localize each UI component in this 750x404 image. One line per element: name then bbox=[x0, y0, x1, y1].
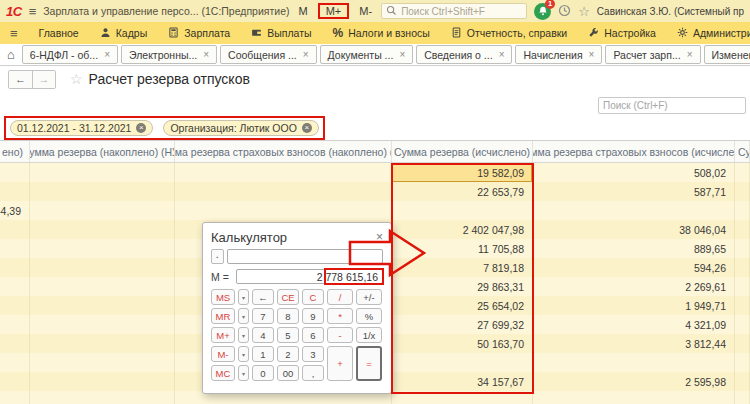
memory-value-field[interactable]: 2 778 615,16 bbox=[236, 269, 383, 284]
menu-vyplaty[interactable]: Выплаты bbox=[251, 27, 311, 40]
table-cell[interactable]: 11 705,88 bbox=[392, 239, 533, 258]
table-cell[interactable] bbox=[735, 277, 750, 296]
table-cell[interactable] bbox=[735, 258, 750, 277]
table-cell[interactable] bbox=[392, 391, 533, 404]
key-c[interactable]: C bbox=[302, 289, 324, 305]
chevron-down-icon[interactable]: ▾ bbox=[238, 327, 249, 343]
col-header-next-cut[interactable]: Су bbox=[735, 141, 750, 162]
table-cell[interactable] bbox=[0, 277, 30, 296]
key-plusminus[interactable]: +/- bbox=[356, 289, 382, 305]
key-m-minus[interactable]: M- bbox=[211, 346, 235, 362]
tab-nachisleniya[interactable]: Начисления× bbox=[515, 45, 602, 64]
key-percent[interactable]: % bbox=[356, 308, 382, 324]
calculator-expression-input[interactable] bbox=[227, 249, 383, 264]
key-reciprocal[interactable]: 1/x bbox=[356, 327, 382, 343]
table-cell[interactable]: 2 595,98 bbox=[533, 372, 735, 391]
filter-chip-organization[interactable]: Организация: Лютик ООО × bbox=[163, 120, 318, 136]
key-0[interactable]: 0 bbox=[252, 365, 274, 381]
close-icon[interactable]: × bbox=[104, 49, 110, 60]
key-7[interactable]: 7 bbox=[252, 308, 274, 324]
memory-button-m[interactable]: M bbox=[297, 5, 310, 17]
table-cell[interactable] bbox=[175, 201, 392, 220]
chevron-down-icon[interactable]: ▾ bbox=[238, 365, 249, 381]
notifications-icon[interactable]: 1 bbox=[534, 3, 551, 20]
table-cell[interactable]: 50 163,70 bbox=[392, 334, 533, 353]
table-cell[interactable] bbox=[30, 372, 175, 391]
table-cell[interactable] bbox=[735, 353, 750, 372]
remove-filter-icon[interactable]: × bbox=[136, 123, 146, 133]
table-cell[interactable] bbox=[735, 220, 750, 239]
menu-nalogi[interactable]: % Налоги и взносы bbox=[333, 26, 430, 40]
key-equals[interactable]: = bbox=[356, 346, 382, 381]
table-cell[interactable] bbox=[735, 334, 750, 353]
table-cell[interactable]: 38 046,04 bbox=[533, 220, 735, 239]
table-search-input[interactable] bbox=[598, 97, 746, 114]
close-icon[interactable]: × bbox=[687, 49, 693, 60]
selected-cell[interactable]: 19 582,09 bbox=[392, 163, 533, 182]
table-cell[interactable]: 889,65 bbox=[533, 239, 735, 258]
table-cell[interactable] bbox=[30, 239, 175, 258]
table-cell[interactable] bbox=[0, 334, 30, 353]
key-2[interactable]: 2 bbox=[277, 346, 299, 362]
close-icon[interactable]: × bbox=[589, 49, 595, 60]
memory-button-m-minus[interactable]: M- bbox=[357, 5, 374, 17]
calculator-menu-button[interactable]: ▪ bbox=[211, 249, 224, 264]
key-5[interactable]: 5 bbox=[277, 327, 299, 343]
table-cell[interactable]: 2 269,61 bbox=[533, 277, 735, 296]
chevron-down-icon[interactable]: ▾ bbox=[238, 289, 249, 305]
table-cell[interactable] bbox=[0, 353, 30, 372]
table-row[interactable]: 19 582,09508,02 bbox=[0, 163, 750, 182]
menu-otchetnost[interactable]: Отчетность, справки bbox=[451, 27, 567, 40]
table-cell[interactable] bbox=[0, 163, 30, 182]
table-row[interactable]: 44,39 bbox=[0, 201, 750, 220]
close-icon[interactable]: × bbox=[303, 49, 309, 60]
chevron-down-icon[interactable]: ▾ bbox=[238, 346, 249, 362]
table-row[interactable]: 22 653,79587,71 bbox=[0, 182, 750, 201]
table-cell[interactable] bbox=[735, 163, 750, 182]
menu-nastroika[interactable]: Настройка bbox=[588, 27, 656, 40]
table-cell[interactable] bbox=[30, 391, 175, 404]
table-cell[interactable] bbox=[392, 201, 533, 220]
tab-6ndfl[interactable]: 6-НДФЛ - об...× bbox=[22, 45, 118, 64]
tab-dokumenty[interactable]: Документы ...× bbox=[320, 45, 414, 64]
tab-svedeniya[interactable]: Сведения о ...× bbox=[416, 45, 512, 64]
key-8[interactable]: 8 bbox=[277, 308, 299, 324]
col-header-cut[interactable]: ено) bbox=[0, 141, 30, 162]
global-search-input[interactable] bbox=[401, 6, 519, 17]
tab-soobshcheniya[interactable]: Сообщения ...× bbox=[220, 45, 317, 64]
table-cell[interactable] bbox=[30, 334, 175, 353]
close-icon[interactable]: × bbox=[499, 49, 505, 60]
favorite-star-icon[interactable]: ☆ bbox=[70, 71, 83, 87]
table-cell[interactable]: 594,26 bbox=[533, 258, 735, 277]
table-cell[interactable] bbox=[533, 353, 735, 372]
table-cell[interactable]: 1 949,71 bbox=[533, 296, 735, 315]
table-cell[interactable] bbox=[735, 372, 750, 391]
menu-kadry[interactable]: Кадры bbox=[100, 27, 147, 40]
key-m-plus[interactable]: M+ bbox=[211, 327, 235, 343]
table-cell[interactable] bbox=[735, 315, 750, 334]
tab-elektronnye[interactable]: Электронны...× bbox=[121, 45, 217, 64]
table-cell[interactable] bbox=[30, 315, 175, 334]
home-icon[interactable]: ⌂ bbox=[7, 47, 15, 62]
table-cell[interactable] bbox=[30, 182, 175, 201]
key-ms[interactable]: MS bbox=[211, 289, 235, 305]
table-cell[interactable] bbox=[735, 239, 750, 258]
remove-filter-icon[interactable]: × bbox=[302, 123, 312, 133]
table-cell[interactable]: 508,02 bbox=[533, 163, 735, 182]
tab-izmenenie-1[interactable]: Изменение ...× bbox=[704, 45, 750, 64]
back-button[interactable]: ← bbox=[9, 71, 32, 88]
table-cell[interactable]: 25 654,02 bbox=[392, 296, 533, 315]
col-header-insurance-calc[interactable]: Сумма резерва страховых взносов (исчисле… bbox=[533, 141, 735, 162]
key-minus[interactable]: - bbox=[327, 327, 353, 343]
key-plus[interactable]: + bbox=[327, 346, 353, 381]
forward-button[interactable]: → bbox=[32, 71, 55, 88]
key-mr[interactable]: MR bbox=[211, 308, 235, 324]
table-cell[interactable] bbox=[533, 391, 735, 404]
table-cell[interactable] bbox=[735, 182, 750, 201]
col-header-insurance-accum[interactable]: Сумма резерва страховых взносов (накопле… bbox=[175, 141, 392, 162]
table-cell[interactable] bbox=[175, 163, 392, 182]
table-cell[interactable] bbox=[0, 182, 30, 201]
table-cell[interactable] bbox=[735, 296, 750, 315]
table-cell[interactable] bbox=[0, 296, 30, 315]
table-cell[interactable] bbox=[735, 201, 750, 220]
